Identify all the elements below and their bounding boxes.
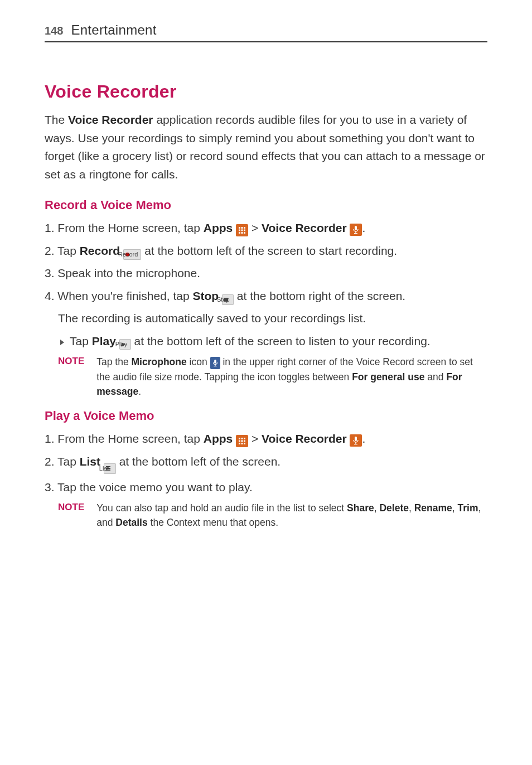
text: Tap (70, 335, 92, 347)
record-substep-play: Tap Play Play at the bottom left of the … (45, 332, 487, 351)
header-section: Entertainment (71, 22, 156, 38)
label-delete: Delete (379, 502, 409, 514)
stop-button-icon: Stop (222, 294, 234, 305)
text: and (424, 371, 446, 382)
step-number: 1. (45, 432, 57, 445)
document-page: 148 Entertainment Voice Recorder The Voi… (0, 0, 532, 563)
text: Tap (57, 244, 80, 257)
svg-rect-18 (239, 440, 240, 442)
record-note: NOTE Tap the Microphone icon in the uppe… (45, 355, 487, 399)
svg-rect-17 (244, 438, 245, 439)
text: Speak into the microphone. (57, 267, 200, 279)
text: Tap (57, 455, 80, 468)
play-button-icon: Play (119, 339, 131, 350)
text: > (252, 221, 262, 234)
svg-rect-16 (241, 438, 243, 439)
step-number: 3. (45, 267, 57, 279)
record-step-2: 2. Tap Record Record at the bottom left … (45, 242, 487, 260)
label-record: Record (80, 244, 120, 257)
label-stop: Stop (193, 289, 219, 302)
label-general-use: For general use (352, 371, 424, 382)
bullet-icon (60, 340, 64, 345)
text: at the bottom right of the screen. (234, 289, 405, 302)
label-microphone: Microphone (132, 356, 187, 367)
text: . (138, 386, 141, 397)
svg-rect-24 (355, 437, 357, 441)
text: From the Home screen, tap (57, 432, 203, 445)
step-number: 4. (45, 289, 57, 302)
text: , (452, 502, 458, 514)
svg-rect-6 (239, 232, 240, 234)
play-step-3: 3. Tap the voice memo you want to play. (45, 478, 487, 497)
step-number: 1. (45, 221, 57, 234)
svg-rect-15 (239, 438, 240, 439)
label-trim: Trim (458, 502, 478, 514)
svg-rect-19 (241, 440, 243, 442)
text: The (45, 113, 68, 126)
voice-recorder-icon (350, 224, 362, 236)
step-number: 2. (45, 244, 57, 257)
svg-rect-13 (215, 365, 215, 366)
text: When you're finished, tap (57, 289, 192, 302)
label-apps: Apps (204, 432, 233, 445)
text: at the bottom left of the screen. (116, 455, 280, 468)
svg-rect-11 (354, 233, 357, 234)
text: . (362, 432, 365, 445)
list-button-icon: List (104, 463, 116, 474)
text: icon (187, 356, 210, 367)
svg-rect-14 (214, 366, 216, 366)
step-number: 3. (45, 481, 57, 493)
play-step-1: 1. From the Home screen, tap Apps > Voic… (45, 430, 487, 448)
label-apps: Apps (204, 221, 233, 234)
svg-rect-12 (214, 360, 216, 364)
svg-rect-23 (244, 443, 245, 444)
text: . (362, 221, 365, 234)
section-heading-record: Record a Voice Memo (45, 198, 487, 212)
label-voice-recorder: Voice Recorder (262, 221, 347, 234)
label-voice-recorder: Voice Recorder (262, 432, 347, 445)
record-step-1: 1. From the Home screen, tap Apps > Voic… (45, 219, 487, 238)
record-step-4-line2: The recording is automatically saved to … (45, 309, 487, 328)
text: You can also tap and hold an audio file … (96, 502, 347, 514)
note-label: NOTE (58, 355, 84, 367)
record-step-3: 3. Speak into the microphone. (45, 264, 487, 283)
text: From the Home screen, tap (57, 221, 203, 234)
note-text: You can also tap and hold an audio file … (96, 501, 487, 530)
text: the Context menu that opens. (148, 517, 278, 528)
svg-rect-10 (356, 231, 356, 233)
page-number: 148 (45, 25, 63, 37)
svg-rect-22 (241, 443, 243, 444)
svg-rect-4 (241, 230, 243, 231)
play-step-2: 2. Tap List List at the bottom left of t… (45, 453, 487, 474)
label-share: Share (347, 502, 374, 514)
text: > (252, 432, 262, 445)
label-play: Play (92, 335, 116, 347)
play-note: NOTE You can also tap and hold an audio … (45, 501, 487, 530)
app-name: Voice Recorder (68, 113, 153, 126)
section-heading-play: Play a Voice Memo (45, 409, 487, 423)
text: at the bottom left of the screen to star… (141, 244, 397, 257)
microphone-icon (210, 357, 220, 369)
button-label: Record (132, 250, 138, 259)
svg-rect-2 (244, 227, 245, 229)
step-number: 2. (45, 455, 57, 468)
label-list: List (80, 455, 100, 468)
note-text: Tap the Microphone icon in the upper rig… (96, 355, 487, 399)
svg-rect-0 (239, 227, 240, 229)
svg-rect-7 (241, 232, 243, 234)
svg-rect-25 (356, 442, 356, 444)
apps-icon (236, 224, 248, 236)
svg-rect-26 (354, 444, 357, 444)
svg-rect-3 (239, 230, 240, 231)
label-details: Details (115, 517, 147, 528)
svg-rect-21 (239, 443, 240, 444)
svg-rect-9 (355, 226, 357, 230)
text: at the bottom left of the screen to list… (131, 335, 431, 347)
page-title: Voice Recorder (45, 81, 487, 102)
page-header: 148 Entertainment (45, 22, 487, 42)
svg-rect-8 (244, 232, 245, 234)
svg-rect-20 (244, 440, 245, 442)
label-rename: Rename (414, 502, 452, 514)
voice-recorder-icon (350, 434, 362, 447)
svg-rect-5 (244, 230, 245, 231)
